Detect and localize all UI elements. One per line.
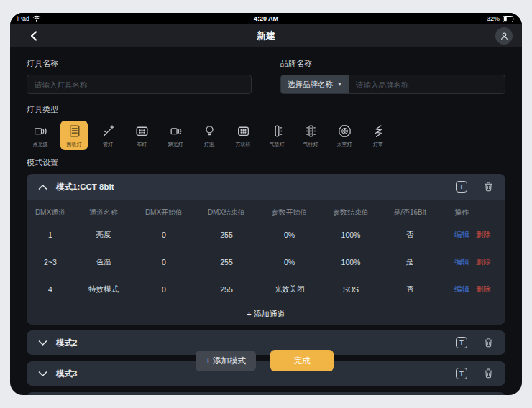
light-strip-icon xyxy=(371,124,386,139)
mode-1-header[interactable]: 模式1:CCT 8bit T xyxy=(27,174,505,200)
fixture-type-7[interactable]: 方块砖 xyxy=(229,121,257,150)
delete-mode-button[interactable] xyxy=(483,181,494,193)
edit-link[interactable]: 编辑 xyxy=(454,284,469,295)
space-light-icon xyxy=(337,124,352,139)
status-bar: iPad 4:20 AM 32% xyxy=(10,13,522,24)
app-window: iPad 4:20 AM 32% 新建 xyxy=(10,13,522,395)
dmx-channel-table: DMX通道通道名称DMX开始值DMX结束值参数开始值参数结束值是/否16Bit操… xyxy=(27,200,505,303)
mode-3-title: 模式3 xyxy=(56,368,77,379)
fixture-type-label: 灯具类型 xyxy=(27,104,505,115)
table-row-1-cell-4: 255 xyxy=(195,221,258,249)
mode-settings-label: 模式设置 xyxy=(27,157,505,168)
fixture-type-9[interactable]: 气柱灯 xyxy=(297,121,324,150)
brand-select-value: 选择品牌名称 xyxy=(288,80,333,90)
brand-name-input[interactable] xyxy=(349,75,505,93)
fixture-name-input[interactable] xyxy=(27,75,252,94)
battery-percent: 32% xyxy=(487,15,500,22)
fixture-type-2[interactable]: 面板灯 xyxy=(60,121,88,150)
table-row-1-cell-5: 0% xyxy=(258,221,321,249)
table-row-3-cell-5: 光效关闭 xyxy=(258,276,321,303)
fixture-type-label: 聚光灯 xyxy=(168,141,183,148)
edit-link[interactable]: 编辑 xyxy=(454,230,469,240)
table-row-2-cell-1: 2~3 xyxy=(27,249,74,276)
fixture-type-label: 方块砖 xyxy=(236,141,251,148)
table-row-3-cell-6: SOS xyxy=(321,276,381,303)
fixture-type-4[interactable]: 布灯 xyxy=(128,121,155,150)
mode-4-header[interactable]: 模式3 T xyxy=(27,392,505,395)
table-row-2-cell-5: 0% xyxy=(258,249,321,276)
add-channel-button[interactable]: + 添加通道 xyxy=(27,303,505,325)
chevron-down-icon: ▼ xyxy=(337,82,342,87)
nav-bar: 新建 xyxy=(10,24,522,47)
fixture-type-label: 点光源 xyxy=(33,141,48,148)
fixture-type-label: 布灯 xyxy=(137,141,147,148)
table-header-4: DMX结束值 xyxy=(195,200,258,221)
profile-button[interactable] xyxy=(495,27,513,45)
table-header-3: DMX开始值 xyxy=(133,200,195,221)
fixture-type-label: 气柱灯 xyxy=(303,141,318,148)
table-row-1-cell-3: 0 xyxy=(133,221,195,249)
status-time: 4:20 AM xyxy=(254,15,278,22)
rename-icon[interactable]: T xyxy=(456,368,467,379)
table-row-2-cell-4: 255 xyxy=(195,249,258,276)
bulb-icon xyxy=(202,124,217,139)
table-row-2-cell-3: 0 xyxy=(133,249,195,276)
table-row-3-cell-2: 特效模式 xyxy=(74,276,133,303)
add-mode-button[interactable]: + 添加模式 xyxy=(196,351,256,371)
fixture-type-label: 灯泡 xyxy=(204,141,214,148)
table-row-2-cell-6: 100% xyxy=(321,249,381,276)
mode-panel-3: 模式3 T xyxy=(27,361,505,386)
person-icon xyxy=(499,31,510,42)
cloth-light-icon xyxy=(134,124,150,139)
table-row-2-cell-7: 是 xyxy=(381,249,439,276)
fixture-type-label: 气垫灯 xyxy=(270,141,285,148)
back-chevron-icon xyxy=(29,30,39,42)
mode-1-body: DMX通道通道名称DMX开始值DMX结束值参数开始值参数结束值是/否16Bit操… xyxy=(27,200,505,325)
table-row-1-cell-2: 亮度 xyxy=(74,221,133,249)
fixture-type-10[interactable]: 太空灯 xyxy=(331,121,358,150)
done-button[interactable]: 完成 xyxy=(270,350,334,371)
table-row-3-cell-7: 否 xyxy=(381,276,439,303)
mode-1-title: 模式1:CCT 8bit xyxy=(56,182,114,193)
fixture-type-6[interactable]: 灯泡 xyxy=(196,121,223,150)
table-header-1: DMX通道 xyxy=(27,200,74,221)
battery-icon xyxy=(503,16,515,22)
fixture-type-3[interactable]: 管灯 xyxy=(94,121,121,150)
edit-link[interactable]: 编辑 xyxy=(454,257,469,267)
delete-mode-button[interactable] xyxy=(483,337,494,348)
delete-link[interactable]: 删除 xyxy=(476,230,491,240)
table-header-2: 通道名称 xyxy=(74,200,133,221)
point-light-icon xyxy=(33,124,48,139)
fixture-type-1[interactable]: 点光源 xyxy=(27,121,54,150)
table-row-3-cell-1: 4 xyxy=(27,276,74,303)
trash-icon xyxy=(483,337,494,348)
table-header-5: 参数开始值 xyxy=(258,200,321,221)
mode-panel-1: 模式1:CCT 8bit T xyxy=(27,174,505,325)
table-header-6: 参数结束值 xyxy=(321,200,381,221)
mode-2-header[interactable]: 模式2 T xyxy=(27,330,505,355)
fixture-type-8[interactable]: 气垫灯 xyxy=(263,121,290,150)
table-row-1-cell-7: 否 xyxy=(381,221,439,249)
fixture-type-11[interactable]: 灯带 xyxy=(364,121,392,150)
fixture-type-label: 太空灯 xyxy=(337,141,352,148)
air-cushion-light-icon xyxy=(270,124,285,139)
delete-link[interactable]: 删除 xyxy=(476,257,491,267)
brand-name-label: 品牌名称 xyxy=(280,58,505,69)
fixture-type-label: 面板灯 xyxy=(67,141,82,148)
brand-select-dropdown[interactable]: 选择品牌名称 ▼ xyxy=(281,75,349,93)
page-title: 新建 xyxy=(10,29,522,42)
table-row-1-cell-1: 1 xyxy=(27,221,74,249)
delete-link[interactable]: 删除 xyxy=(476,284,491,295)
rename-icon[interactable]: T xyxy=(456,337,467,348)
back-button[interactable] xyxy=(26,28,42,44)
table-row-1-actions: 编辑删除 xyxy=(439,221,505,249)
delete-mode-button[interactable] xyxy=(483,368,494,379)
table-header-8: 操作 xyxy=(439,200,505,221)
trash-icon xyxy=(483,368,494,379)
rename-icon[interactable]: T xyxy=(456,181,467,193)
mode-3-header[interactable]: 模式3 T xyxy=(27,361,505,386)
square-brick-icon xyxy=(236,124,251,139)
fixture-type-5[interactable]: 聚光灯 xyxy=(162,121,189,150)
trash-icon xyxy=(483,181,494,193)
mode-panel-4: 模式3 T xyxy=(27,392,505,395)
